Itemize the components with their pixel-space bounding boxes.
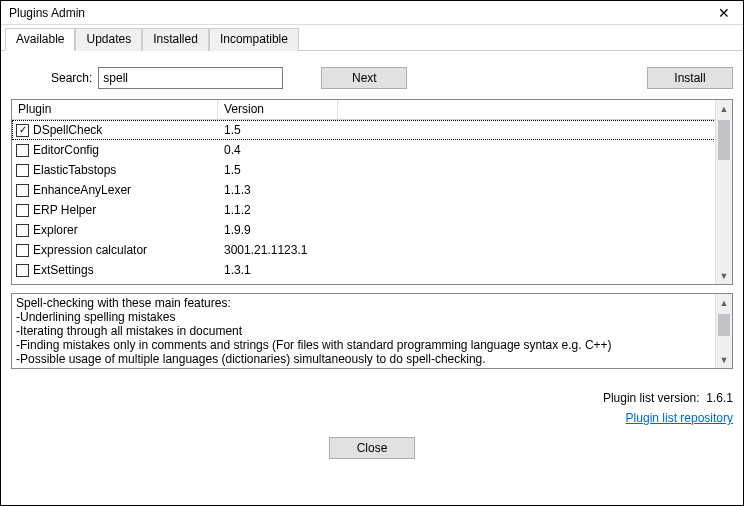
plugin-version: 1.5 [218, 123, 518, 137]
plugin-cell: ERP Helper [12, 203, 218, 217]
plugin-name: ERP Helper [33, 203, 96, 217]
search-label: Search: [51, 71, 92, 85]
version-label: Plugin list version: [603, 391, 700, 405]
plugin-cell: ElasticTabstops [12, 163, 218, 177]
list-header: Plugin Version [12, 100, 732, 120]
scroll-down-icon[interactable]: ▼ [716, 351, 732, 368]
description-panel: Spell-checking with these main features:… [11, 293, 733, 369]
table-row[interactable]: ✓DSpellCheck1.5 [12, 120, 732, 140]
close-button[interactable]: Close [329, 437, 415, 459]
plugin-checkbox[interactable] [16, 204, 29, 217]
plugin-checkbox[interactable] [16, 224, 29, 237]
plugin-cell: EnhanceAnyLexer [12, 183, 218, 197]
table-row[interactable]: EnhanceAnyLexer1.1.3 [12, 180, 732, 200]
column-header-version[interactable]: Version [218, 100, 338, 119]
plugin-version: 3001.21.1123.1 [218, 243, 518, 257]
titlebar: Plugins Admin ✕ [1, 1, 743, 25]
plugin-version: 1.3.1 [218, 263, 518, 277]
plugin-version: 1.1.2 [218, 203, 518, 217]
list-body[interactable]: ✓DSpellCheck1.5EditorConfig0.4ElasticTab… [12, 120, 732, 284]
plugin-cell: ExtSettings [12, 263, 218, 277]
plugin-list-repository-link[interactable]: Plugin list repository [626, 411, 733, 425]
plugin-checkbox[interactable] [16, 144, 29, 157]
tab-available[interactable]: Available [5, 28, 75, 51]
scroll-down-icon[interactable]: ▼ [716, 267, 732, 284]
plugin-version: 1.5 [218, 163, 518, 177]
column-header-plugin[interactable]: Plugin [12, 100, 218, 119]
table-row[interactable]: EditorConfig0.4 [12, 140, 732, 160]
tab-updates[interactable]: Updates [75, 28, 142, 51]
plugin-version: 1.1.3 [218, 183, 518, 197]
table-row[interactable]: ElasticTabstops1.5 [12, 160, 732, 180]
next-button[interactable]: Next [321, 67, 407, 89]
table-row[interactable]: Explorer1.9.9 [12, 220, 732, 240]
plugin-checkbox[interactable] [16, 184, 29, 197]
window-title: Plugins Admin [9, 6, 85, 20]
tab-incompatible[interactable]: Incompatible [209, 28, 299, 51]
tab-content: Search: Next Install Plugin Version ✓DSp… [1, 51, 743, 505]
tabs: Available Updates Installed Incompatible [1, 27, 743, 51]
table-row[interactable]: Expression calculator3001.21.1123.1 [12, 240, 732, 260]
plugin-version: 0.4 [218, 143, 518, 157]
plugin-list: Plugin Version ✓DSpellCheck1.5EditorConf… [11, 99, 733, 285]
scroll-up-icon[interactable]: ▲ [716, 294, 732, 311]
footer-link-row: Plugin list repository [11, 411, 733, 425]
table-row[interactable]: ERP Helper1.1.2 [12, 200, 732, 220]
search-row: Search: Next Install [51, 67, 733, 89]
scroll-up-icon[interactable]: ▲ [716, 100, 732, 117]
plugin-checkbox[interactable]: ✓ [16, 124, 29, 137]
plugin-checkbox[interactable] [16, 164, 29, 177]
scroll-thumb[interactable] [718, 314, 730, 336]
close-icon: ✕ [718, 6, 730, 20]
close-row: Close [11, 437, 733, 459]
plugin-name: ExtSettings [33, 263, 94, 277]
list-scrollbar[interactable]: ▲ ▼ [715, 100, 732, 284]
window-close-button[interactable]: ✕ [711, 3, 737, 23]
tab-installed[interactable]: Installed [142, 28, 209, 51]
plugin-list-version: Plugin list version: 1.6.1 [11, 391, 733, 405]
table-row[interactable]: ExtSettings1.3.1 [12, 260, 732, 280]
plugin-version: 1.9.9 [218, 223, 518, 237]
description-text: Spell-checking with these main features:… [12, 294, 732, 369]
plugin-name: DSpellCheck [33, 123, 102, 137]
version-value: 1.6.1 [706, 391, 733, 405]
scroll-thumb[interactable] [718, 120, 730, 160]
description-scrollbar[interactable]: ▲ ▼ [715, 294, 732, 368]
plugin-cell: Explorer [12, 223, 218, 237]
plugin-checkbox[interactable] [16, 264, 29, 277]
plugin-cell: EditorConfig [12, 143, 218, 157]
plugin-checkbox[interactable] [16, 244, 29, 257]
plugin-name: EnhanceAnyLexer [33, 183, 131, 197]
install-button[interactable]: Install [647, 67, 733, 89]
plugins-admin-window: Plugins Admin ✕ Available Updates Instal… [0, 0, 744, 506]
plugin-cell: Expression calculator [12, 243, 218, 257]
plugin-name: ElasticTabstops [33, 163, 116, 177]
plugin-cell: ✓DSpellCheck [12, 123, 218, 137]
plugin-name: EditorConfig [33, 143, 99, 157]
search-input[interactable] [98, 67, 283, 89]
plugin-name: Expression calculator [33, 243, 147, 257]
plugin-name: Explorer [33, 223, 78, 237]
